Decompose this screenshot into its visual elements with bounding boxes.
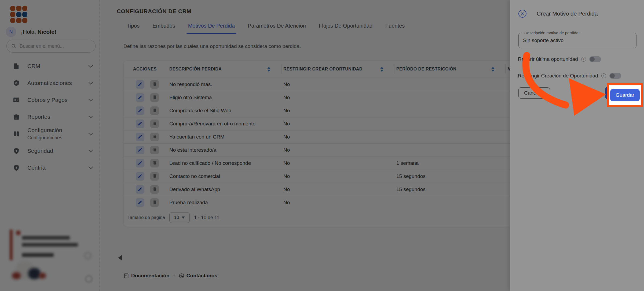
annotation-highlight: Guardar	[607, 83, 643, 107]
reopen-toggle-label: Reabrir última oportunidad	[518, 56, 578, 62]
info-icon[interactable]: i	[581, 57, 586, 62]
create-loss-reason-drawer: ✕ Crear Motivo de Perdida Descripción mo…	[510, 0, 644, 291]
cancel-button[interactable]: Cancelar	[518, 87, 550, 99]
restrict-toggle-label: Restringir Creación de Oportunidad	[518, 73, 598, 79]
restrict-toggle[interactable]	[609, 73, 621, 79]
save-button[interactable]: Guardar	[610, 89, 640, 101]
description-field-label: Descripción motivo de perdida	[522, 31, 580, 35]
info-icon[interactable]: i	[601, 73, 606, 78]
description-field: Descripción motivo de perdida	[518, 33, 636, 48]
close-icon[interactable]: ✕	[518, 10, 526, 18]
description-input[interactable]	[519, 33, 636, 48]
app-root: N ¡Hola, Nicole! CRMAutomatizacionesCobr…	[0, 0, 644, 291]
drawer-title: Crear Motivo de Perdida	[537, 10, 598, 17]
reopen-toggle[interactable]	[589, 56, 601, 62]
